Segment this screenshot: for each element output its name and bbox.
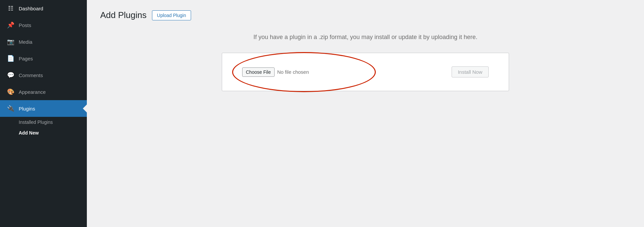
- comments-icon: 💬: [7, 71, 15, 79]
- sidebar-item-label: Pages: [19, 56, 33, 61]
- media-icon: 📷: [7, 38, 15, 45]
- choose-file-button[interactable]: Choose File: [242, 67, 275, 77]
- sidebar-item-label: Plugins: [19, 106, 35, 111]
- sidebar-item-appearance[interactable]: 🎨 Appearance: [0, 83, 87, 100]
- sidebar-item-media[interactable]: 📷 Media: [0, 33, 87, 50]
- posts-icon: 📌: [7, 21, 15, 29]
- sidebar: ☷ Dashboard 📌 Posts 📷 Media 📄 Pages 💬 Co…: [0, 0, 87, 227]
- sidebar-item-posts[interactable]: 📌 Posts: [0, 17, 87, 33]
- sidebar-item-comments[interactable]: 💬 Comments: [0, 67, 87, 83]
- sidebar-item-installed-plugins[interactable]: Installed Plugins: [19, 117, 87, 128]
- upload-box: Choose File No file chosen Install Now: [222, 53, 509, 91]
- description-text: If you have a plugin in a .zip format, y…: [100, 34, 631, 41]
- sidebar-item-label: Posts: [19, 22, 31, 28]
- sidebar-item-label: Appearance: [19, 89, 46, 95]
- active-indicator: [83, 104, 87, 112]
- sidebar-item-add-new[interactable]: Add New: [19, 128, 87, 138]
- upload-plugin-button[interactable]: Upload Plugin: [152, 10, 191, 20]
- pages-icon: 📄: [7, 55, 15, 62]
- install-now-button[interactable]: Install Now: [452, 66, 489, 77]
- no-file-text: No file chosen: [277, 69, 309, 75]
- main-content: Add Plugins Upload Plugin If you have a …: [87, 0, 644, 227]
- sidebar-item-label: Media: [19, 39, 32, 45]
- sidebar-item-label: Comments: [19, 72, 43, 78]
- sidebar-item-dashboard[interactable]: ☷ Dashboard: [0, 0, 87, 17]
- plugins-icon: 🔌: [7, 105, 15, 112]
- page-header: Add Plugins Upload Plugin: [100, 10, 631, 20]
- plugins-submenu: Installed Plugins Add New: [0, 117, 87, 138]
- file-row: Choose File No file chosen Install Now: [242, 66, 489, 77]
- sidebar-item-plugins[interactable]: 🔌 Plugins: [0, 100, 87, 117]
- appearance-icon: 🎨: [7, 88, 15, 95]
- sidebar-item-label: Dashboard: [19, 6, 43, 11]
- page-title: Add Plugins: [100, 10, 147, 20]
- dashboard-icon: ☷: [7, 5, 15, 12]
- sidebar-item-pages[interactable]: 📄 Pages: [0, 50, 87, 67]
